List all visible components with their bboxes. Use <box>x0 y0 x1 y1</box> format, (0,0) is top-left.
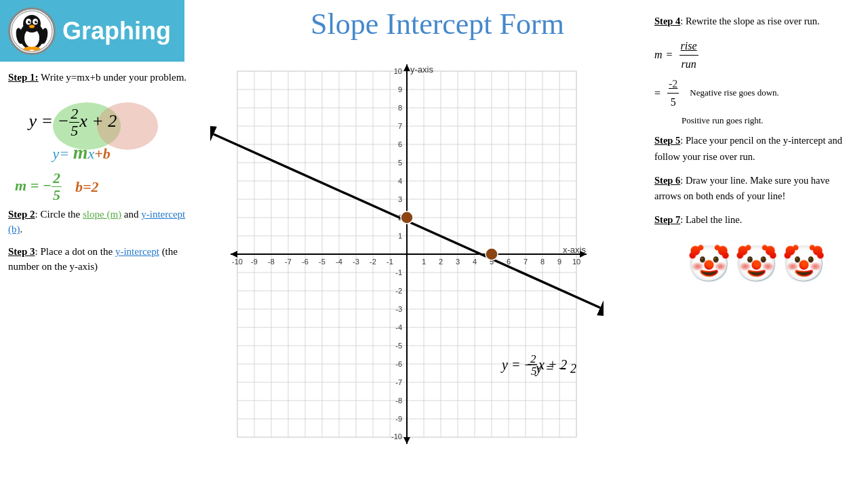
svg-text:7: 7 <box>398 122 402 130</box>
svg-text:8: 8 <box>540 258 545 266</box>
svg-text:2: 2 <box>439 258 443 266</box>
svg-text:-5: -5 <box>319 258 326 266</box>
svg-text:-5: -5 <box>395 342 402 350</box>
step7: Step 7: Label the line. <box>654 212 858 228</box>
svg-text:-3: -3 <box>353 258 359 266</box>
step4-label: Step 4 <box>654 16 680 26</box>
svg-text:-4: -4 <box>336 258 342 266</box>
rise-label: rise <box>679 37 698 56</box>
svg-text:10: 10 <box>572 258 580 266</box>
main-equation: y = −25x + 2 <box>29 106 117 139</box>
neg2-over-5: -2 5 <box>667 75 679 110</box>
m-value: m = −25 <box>15 170 62 203</box>
svg-text:-6: -6 <box>302 258 309 266</box>
svg-text:-10: -10 <box>391 432 402 441</box>
svg-text:-9: -9 <box>395 415 402 423</box>
step5-label: Step 5 <box>654 135 680 146</box>
svg-point-7 <box>29 20 31 22</box>
clown-1: 🤡 <box>687 236 731 292</box>
svg-text:-9: -9 <box>251 258 258 266</box>
svg-text:-2: -2 <box>370 258 376 266</box>
svg-text:-4: -4 <box>395 323 402 331</box>
mx-b-formula: y= mx+b <box>53 138 111 167</box>
svg-text:-10: -10 <box>232 258 243 266</box>
header-title: Graphing <box>62 17 171 45</box>
step3-label: Step 3 <box>8 246 35 257</box>
svg-text:-6: -6 <box>395 360 402 368</box>
svg-text:-1: -1 <box>395 268 402 277</box>
b-value: b=2 <box>75 176 99 198</box>
step6-label: Step 6 <box>654 175 680 186</box>
svg-text:3: 3 <box>398 195 402 203</box>
step7-text: : Label the line. <box>680 214 742 225</box>
step3-yintercept: y-intercept <box>115 246 159 257</box>
m-neg2-5: = -2 5 Negative rise goes down. <box>654 75 858 110</box>
step1: Step 1: Write y=mx+b under your problem. <box>8 70 192 85</box>
pos5-val: 5 <box>669 94 677 111</box>
svg-text:4: 4 <box>398 177 402 185</box>
svg-text:x + 2: x + 2 <box>538 357 567 372</box>
slope-intercept-values: m = −25 b=2 <box>15 170 185 203</box>
svg-text:10: 10 <box>394 67 402 75</box>
step1-text: Write y=mx+b under your problem. <box>41 72 186 83</box>
svg-text:-7: -7 <box>395 378 402 386</box>
svg-text:9: 9 <box>398 85 402 94</box>
svg-text:-1: -1 <box>387 258 393 266</box>
header-bar: Graphing <box>0 0 184 62</box>
neg-rise-note: Negative rise goes down. <box>690 86 778 100</box>
svg-marker-63 <box>403 437 410 444</box>
svg-text:-8: -8 <box>395 396 402 405</box>
pos-run-note: Positive run goes right. <box>682 114 858 128</box>
svg-text:-8: -8 <box>268 258 275 266</box>
svg-text:1: 1 <box>422 258 426 266</box>
step4: Step 4: Rewrite the slope as rise over r… <box>654 14 858 29</box>
svg-text:3: 3 <box>456 258 460 266</box>
logo <box>8 7 56 55</box>
clown-3: 🤡 <box>782 236 826 292</box>
svg-marker-62 <box>403 64 410 71</box>
svg-text:6: 6 <box>507 258 511 266</box>
svg-text:5: 5 <box>398 159 402 167</box>
svg-text:-3: -3 <box>395 305 402 313</box>
svg-text:-2: -2 <box>395 287 402 295</box>
svg-point-8 <box>36 20 37 22</box>
clowns-area: 🤡 🤡 🤡 <box>654 236 858 292</box>
svg-text:1: 1 <box>398 232 402 240</box>
m-formula: m = rise run <box>654 37 858 73</box>
svg-marker-60 <box>231 251 237 258</box>
right-panel: Step 4: Rewrite the slope as rise over r… <box>648 10 865 296</box>
y-axis-label: y-axis <box>410 64 433 75</box>
rise-run-fraction: rise run <box>679 37 698 73</box>
neg2-val: -2 <box>669 78 677 89</box>
step6: Step 6: Draw your line. Make sure you ha… <box>654 173 858 204</box>
graph-area: -10 -9 -8 -7 -6 -5 -4 -3 -2 -1 1 2 3 4 5… <box>210 58 604 464</box>
left-panel: Step 1: Write y=mx+b under your problem.… <box>0 64 200 287</box>
second-dot <box>486 248 498 260</box>
svg-text:8: 8 <box>398 104 402 112</box>
svg-text:9: 9 <box>557 258 561 266</box>
svg-point-2 <box>23 15 41 33</box>
step2: Step 2: Circle the slope (m) and y-inter… <box>8 207 192 237</box>
step6-text: : Draw your line. Make sure you have arr… <box>654 175 829 201</box>
svg-point-9 <box>29 24 35 28</box>
svg-text:4: 4 <box>473 258 477 266</box>
y-intercept-dot <box>401 211 413 224</box>
run-label: run <box>679 56 697 73</box>
equation-display: y = −25x + 2 y= mx+b <box>19 92 182 167</box>
svg-text:-7: -7 <box>285 258 292 266</box>
step2-label: Step 2 <box>8 209 35 220</box>
step3: Step 3: Place a dot on the y-intercept (… <box>8 244 192 274</box>
slope-word: slope (m) <box>83 209 121 220</box>
step1-label: Step 1: <box>8 72 39 83</box>
clown-2: 🤡 <box>734 236 778 292</box>
x-axis-label: x-axis <box>563 245 586 255</box>
step5-text: : Place your pencil on the y-intercept a… <box>654 135 842 161</box>
svg-text:5: 5 <box>531 365 537 378</box>
step7-label: Step 7 <box>654 214 680 225</box>
main-title: Slope Intercept Form <box>210 7 665 41</box>
svg-text:2: 2 <box>530 352 536 365</box>
coordinate-graph: -10 -9 -8 -7 -6 -5 -4 -3 -2 -1 1 2 3 4 5… <box>210 58 604 464</box>
step4-text: : Rewrite the slope as rise over run. <box>680 16 819 26</box>
svg-text:7: 7 <box>524 258 528 266</box>
svg-text:6: 6 <box>398 140 402 148</box>
